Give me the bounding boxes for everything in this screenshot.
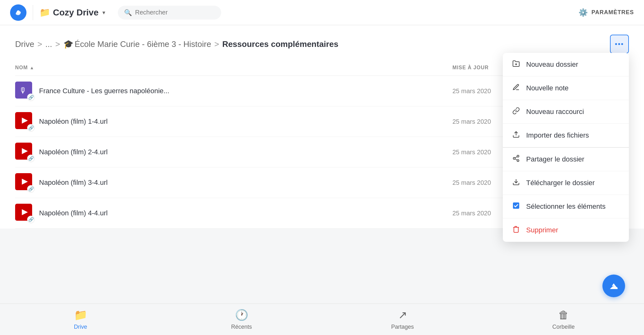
nav-recents[interactable]: 🕐 Récents	[223, 309, 261, 330]
dropdown-item-upload[interactable]: Importer des fichiers	[503, 124, 629, 147]
dropdown-item-trash[interactable]: Supprimer	[503, 219, 629, 242]
svg-line-18	[515, 159, 517, 160]
chevron-down-icon: ▾	[102, 9, 105, 16]
nav-partages-label: Partages	[391, 324, 414, 330]
link-badge-icon: 🔗	[27, 124, 35, 132]
link-badge-icon: 🔗	[27, 216, 35, 223]
more-options-button[interactable]: •••	[610, 35, 629, 54]
breadcrumb-sep1: >	[37, 39, 42, 49]
gear-icon: ⚙️	[578, 8, 588, 17]
breadcrumb-current: Ressources complémentaires	[222, 39, 338, 49]
svg-point-15	[517, 155, 519, 157]
trash-icon	[512, 225, 520, 235]
dropdown-item-check[interactable]: Sélectionner les éléments	[503, 195, 629, 219]
app-name-button[interactable]: 📁 Cozy Drive ▾	[39, 7, 105, 18]
dropdown-menu: Nouveau dossier Nouvelle note Nouveau ra…	[503, 53, 629, 242]
link-badge-icon: 🔗	[27, 155, 35, 162]
file-label: Napoléon (film) 4-4.url	[39, 209, 108, 217]
note-icon	[512, 83, 520, 93]
download-icon	[512, 178, 520, 188]
search-input[interactable]	[135, 9, 215, 16]
svg-point-17	[517, 160, 519, 162]
file-name-cell: 🔗 Napoléon (film) 2-4.url	[15, 143, 452, 162]
app-title: Cozy Drive	[53, 8, 99, 18]
nav-drive[interactable]: 📁 Drive	[62, 309, 100, 330]
upload-icon	[512, 131, 520, 140]
svg-point-16	[513, 157, 515, 159]
file-label: Napoléon (film) 1-4.url	[39, 117, 108, 126]
file-icon-wrapper: 🔗	[15, 204, 34, 223]
fab-button[interactable]: ☁	[602, 275, 625, 297]
recent-icon: 🕐	[235, 309, 248, 321]
nav-drive-label: Drive	[74, 324, 87, 330]
file-label: France Culture - Les guerres napoléonie.…	[39, 87, 169, 95]
dropdown-item-label: Partager le dossier	[526, 155, 584, 163]
file-icon-wrapper: 🎙 🔗	[15, 82, 34, 100]
dropdown-item-label: Nouveau raccourci	[526, 108, 584, 116]
breadcrumb-sep2: >	[55, 39, 60, 49]
dropdown-item-link[interactable]: Nouveau raccourci	[503, 100, 629, 124]
settings-label: PARAMÈTRES	[591, 9, 634, 16]
file-icon-wrapper: 🔗	[15, 143, 34, 162]
dropdown-item-label: Supprimer	[526, 226, 558, 234]
folder-plus-icon	[512, 60, 520, 69]
svg-point-1	[17, 10, 20, 14]
dropdown-item-label: Télécharger le dossier	[526, 179, 595, 187]
link-badge-icon: 🔗	[27, 94, 35, 101]
nav-partages[interactable]: ↗ Partages	[384, 309, 422, 330]
breadcrumb-folder-emoji: 🎓	[63, 39, 73, 49]
bottom-nav: 📁 Drive 🕐 Récents ↗ Partages 🗑 Corbeille	[0, 304, 644, 335]
check-icon	[512, 202, 520, 211]
header-divider	[33, 5, 33, 20]
fab-icon: ☁	[609, 281, 618, 291]
col-name-label: NOM	[15, 65, 28, 71]
dropdown-item-label: Nouvelle note	[526, 84, 569, 92]
nav-corbeille-label: Corbeille	[552, 324, 575, 330]
file-name-cell: 🔗 Napoléon (film) 1-4.url	[15, 112, 452, 131]
app-header: 📁 Cozy Drive ▾ 🔍 ⚙️ PARAMÈTRES	[0, 0, 644, 25]
file-icon-wrapper: 🔗	[15, 173, 34, 192]
nav-corbeille[interactable]: 🗑 Corbeille	[545, 309, 583, 330]
dropdown-item-share[interactable]: Partager le dossier	[503, 147, 629, 171]
col-name-header[interactable]: NOM ▲	[15, 65, 452, 71]
search-bar[interactable]: 🔍	[118, 6, 221, 20]
svg-rect-21	[513, 202, 519, 209]
cozy-logo[interactable]	[10, 4, 26, 21]
breadcrumb-folder[interactable]: École Marie Curie - 6ième 3 - Histoire	[75, 39, 211, 49]
dropdown-item-label: Importer des fichiers	[526, 131, 589, 139]
file-label: Napoléon (film) 3-4.url	[39, 179, 108, 187]
file-name-cell: 🔗 Napoléon (film) 4-4.url	[15, 204, 452, 223]
search-icon: 🔍	[124, 9, 132, 16]
drive-icon: 📁	[74, 309, 87, 321]
breadcrumb: Drive > ... > 🎓 École Marie Curie - 6ièm…	[15, 39, 610, 49]
breadcrumb-ellipsis[interactable]: ...	[45, 39, 52, 49]
breadcrumb-sep3: >	[214, 39, 219, 49]
dropdown-item-label: Nouveau dossier	[526, 60, 578, 69]
svg-text:🎙: 🎙	[19, 86, 27, 95]
file-name-cell: 🔗 Napoléon (film) 3-4.url	[15, 173, 452, 192]
dropdown-item-download[interactable]: Télécharger le dossier	[503, 171, 629, 195]
settings-button[interactable]: ⚙️ PARAMÈTRES	[578, 8, 634, 17]
header-right: ⚙️ PARAMÈTRES	[578, 8, 634, 17]
breadcrumb-drive[interactable]: Drive	[15, 39, 34, 49]
trash-nav-icon: 🗑	[558, 309, 569, 321]
dropdown-item-note[interactable]: Nouvelle note	[503, 77, 629, 100]
folder-icon: 📁	[39, 7, 50, 18]
share-nav-icon: ↗	[398, 309, 407, 321]
dropdown-item-folder-plus[interactable]: Nouveau dossier	[503, 53, 629, 77]
file-name-cell: 🎙 🔗 France Culture - Les guerres napoléo…	[15, 82, 452, 100]
sort-arrow-icon: ▲	[30, 65, 34, 70]
file-label: Napoléon (film) 2-4.url	[39, 148, 108, 156]
svg-line-19	[515, 157, 517, 158]
file-icon-wrapper: 🔗	[15, 112, 34, 131]
ellipsis-icon: •••	[615, 40, 624, 48]
nav-recents-label: Récents	[231, 324, 252, 330]
dropdown-item-label: Sélectionner les éléments	[526, 202, 606, 211]
link-icon	[512, 107, 520, 116]
share-icon	[512, 155, 520, 164]
link-badge-icon: 🔗	[27, 185, 35, 193]
